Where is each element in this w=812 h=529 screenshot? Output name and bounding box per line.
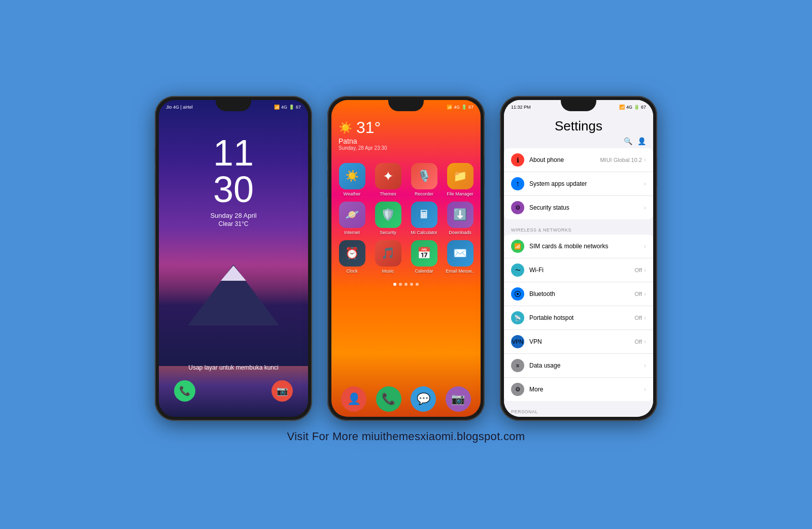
app-internet[interactable]: 🪐 Internet bbox=[336, 202, 367, 235]
settings-display[interactable]: ☀ Display › bbox=[504, 416, 653, 417]
volume-up-button[interactable] bbox=[327, 147, 328, 164]
wifi-icon: 〜 bbox=[511, 263, 524, 277]
downloads-app-label: Downloads bbox=[449, 230, 471, 235]
power-button[interactable] bbox=[312, 157, 312, 187]
time-label: 11:32 PM bbox=[511, 105, 531, 110]
notch bbox=[561, 100, 596, 111]
dock-person-button[interactable]: 👤 bbox=[341, 386, 366, 412]
app-themes[interactable]: ✦ Themes bbox=[373, 163, 403, 196]
volume-down-button[interactable] bbox=[500, 170, 500, 197]
network-type: 4G bbox=[454, 105, 460, 110]
clock-app-label: Clock bbox=[346, 269, 358, 274]
app-security[interactable]: 🛡️ Security bbox=[373, 202, 403, 235]
downloads-app-icon: ⬇️ bbox=[447, 202, 473, 228]
dock-message-button[interactable]: 💬 bbox=[411, 386, 436, 412]
data-usage-chevron: › bbox=[644, 362, 646, 369]
settings-group-top: ℹ About phone MIUI Global 10.2 › ↑ Syste… bbox=[504, 148, 653, 219]
about-phone-value: MIUI Global 10.2 bbox=[600, 157, 642, 163]
app-calendar[interactable]: 📅 Calendar bbox=[409, 240, 439, 274]
music-app-icon: 🎵 bbox=[375, 240, 401, 267]
security-app-label: Security bbox=[380, 230, 396, 235]
filemanager-app-label: File Manager bbox=[447, 191, 473, 196]
weather-icon: ☀️ bbox=[339, 121, 352, 135]
battery-level: 67 bbox=[468, 105, 473, 110]
volume-up-button[interactable] bbox=[155, 147, 155, 164]
dot-5 bbox=[416, 283, 419, 286]
weather-temp: 31° bbox=[356, 118, 381, 137]
app-weather[interactable]: ☀️ Weather bbox=[336, 163, 367, 196]
footer-text: Visit For More miuithemesxiaomi.blogspot… bbox=[287, 430, 525, 443]
app-email[interactable]: ✉️ Email Messe.. bbox=[445, 240, 476, 274]
calendar-app-icon: 📅 bbox=[411, 240, 437, 267]
network-icon: 📶 bbox=[619, 105, 625, 110]
lock-bottom-dock: 📞 📷 bbox=[159, 380, 308, 402]
dot-2 bbox=[399, 283, 402, 286]
battery-icon: 🔋 bbox=[289, 105, 294, 110]
settings-bluetooth[interactable]: ⦿ Bluetooth Off › bbox=[504, 282, 653, 306]
power-button[interactable] bbox=[484, 157, 485, 187]
data-usage-label: Data usage bbox=[529, 362, 644, 369]
calculator-app-label: Mi Calculator bbox=[411, 230, 437, 235]
filemanager-app-icon: 📁 bbox=[447, 163, 473, 189]
profile-icon[interactable]: 👤 bbox=[637, 137, 646, 145]
wireless-section-label: WIRELESS & NETWORKS bbox=[504, 223, 653, 235]
recorder-app-label: Recorder bbox=[415, 191, 433, 196]
app-downloads[interactable]: ⬇️ Downloads bbox=[445, 202, 476, 235]
settings-about-phone[interactable]: ℹ About phone MIUI Global 10.2 › bbox=[504, 148, 653, 172]
lock-weather: Clear 31°C bbox=[159, 220, 308, 227]
phone-homescreen: 📶 4G 🔋 67 ☀️ 31° Patna Sunday, 28 Apr 23… bbox=[327, 96, 485, 421]
system-updater-icon: ↑ bbox=[511, 177, 524, 190]
calendar-app-label: Calendar bbox=[415, 269, 433, 274]
more-icon: ⚙ bbox=[511, 383, 524, 396]
dock-camera-button[interactable]: 📷 bbox=[446, 386, 471, 412]
more-chevron: › bbox=[644, 386, 646, 393]
lock-time: 11 30 bbox=[159, 135, 308, 208]
vpn-value: Off bbox=[635, 339, 642, 345]
search-icon[interactable]: 🔍 bbox=[624, 137, 632, 145]
settings-more[interactable]: ⚙ More › bbox=[504, 378, 653, 401]
weather-date: Sunday, 28 Apr 23:30 bbox=[339, 145, 473, 151]
settings-group-wireless: 📶 SIM cards & mobile networks › 〜 Wi-Fi … bbox=[504, 235, 653, 401]
hotspot-icon: 📡 bbox=[511, 311, 524, 324]
settings-data-usage[interactable]: ≡ Data usage › bbox=[504, 354, 653, 378]
settings-security-status[interactable]: ⚙ Security status › bbox=[504, 196, 653, 219]
settings-group-personal: ☀ Display › 🖼 Wallpaper › bbox=[504, 416, 653, 417]
app-recorder[interactable]: 🎙️ Recorder bbox=[409, 163, 439, 196]
themes-app-label: Themes bbox=[380, 191, 396, 196]
phone-lockscreen: Jio 4G | airtel 📶 4G 🔋 67 11 30 Sunday 2… bbox=[155, 96, 312, 421]
phone-settings: 11:32 PM 📶 4G 🔋 67 Settings 🔍 👤 bbox=[500, 96, 657, 421]
about-phone-label: About phone bbox=[529, 156, 600, 163]
lock-phone-button[interactable]: 📞 bbox=[174, 380, 195, 402]
dot-4 bbox=[410, 283, 413, 286]
volume-down-button[interactable] bbox=[327, 170, 328, 197]
volume-up-button[interactable] bbox=[500, 147, 500, 164]
settings-hotspot[interactable]: 📡 Portable hotspot Off › bbox=[504, 306, 653, 330]
app-calculator[interactable]: 🖩 Mi Calculator bbox=[409, 202, 439, 235]
mountain-snow bbox=[221, 266, 246, 281]
lock-camera-button[interactable]: 📷 bbox=[272, 380, 293, 402]
settings-system-updater[interactable]: ↑ System apps updater › bbox=[504, 172, 653, 196]
network-type: 4G bbox=[281, 105, 287, 110]
volume-down-button[interactable] bbox=[155, 170, 155, 197]
themes-app-icon: ✦ bbox=[375, 163, 401, 189]
about-phone-chevron: › bbox=[644, 156, 646, 163]
power-button[interactable] bbox=[657, 157, 657, 187]
email-app-label: Email Messe.. bbox=[446, 269, 475, 274]
settings-sim-cards[interactable]: 📶 SIM cards & mobile networks › bbox=[504, 235, 653, 258]
lockscreen: Jio 4G | airtel 📶 4G 🔋 67 11 30 Sunday 2… bbox=[159, 100, 308, 417]
settings-vpn[interactable]: VPN VPN Off › bbox=[504, 330, 653, 354]
dock-phone-button[interactable]: 📞 bbox=[376, 386, 401, 412]
more-label: More bbox=[529, 386, 644, 393]
phone-icon: 📞 bbox=[179, 385, 190, 396]
personal-section-label: PERSONAL bbox=[504, 405, 653, 416]
page-indicator bbox=[331, 283, 481, 286]
sim-cards-chevron: › bbox=[644, 243, 646, 250]
settings-wifi[interactable]: 〜 Wi-Fi Off › bbox=[504, 258, 653, 282]
app-music[interactable]: 🎵 Music bbox=[373, 240, 403, 274]
internet-app-label: Internet bbox=[344, 230, 360, 235]
vpn-chevron: › bbox=[644, 338, 646, 345]
app-clock[interactable]: ⏰ Clock bbox=[336, 240, 367, 274]
app-filemanager[interactable]: 📁 File Manager bbox=[445, 163, 476, 196]
battery-level: 67 bbox=[641, 105, 646, 110]
status-icons: 📶 4G 🔋 67 bbox=[274, 105, 301, 110]
